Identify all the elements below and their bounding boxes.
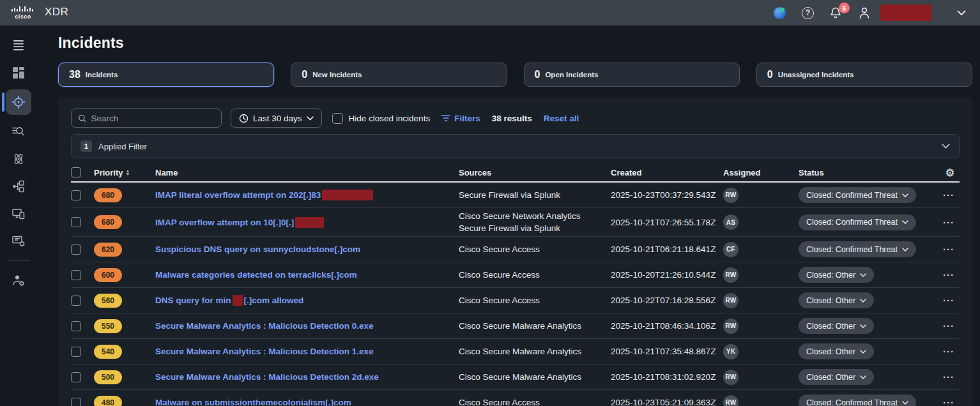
incidents-table: Priority ▲▼ Name Sources Created Assigne… bbox=[71, 163, 960, 406]
sort-icon[interactable]: ▲▼ bbox=[126, 169, 130, 176]
incident-name-link[interactable]: DNS query for min[.]com allowed bbox=[155, 295, 303, 306]
more-options-button[interactable]: ··· bbox=[943, 244, 954, 255]
sidebar-item-intelligence-atom[interactable] bbox=[6, 148, 31, 170]
sidebar-item-client-management[interactable] bbox=[6, 230, 31, 252]
priority-badge: 550 bbox=[94, 319, 122, 333]
row-checkbox[interactable] bbox=[71, 321, 81, 331]
more-options-button[interactable]: ··· bbox=[943, 397, 954, 406]
stat-card-open-incidents[interactable]: 0 Open Incidents bbox=[524, 63, 740, 87]
stat-label: Unassigned Incidents bbox=[778, 71, 854, 79]
priority-badge: 480 bbox=[94, 396, 122, 406]
hide-closed-toggle[interactable]: Hide closed incidents bbox=[332, 113, 431, 124]
status-dropdown[interactable]: Closed: Other bbox=[799, 369, 874, 385]
column-header-status[interactable]: Status bbox=[799, 168, 924, 177]
created-timestamp: 2025-10-21T08:31:02.920Z bbox=[611, 372, 716, 382]
table-row[interactable]: 480 Malware on submissionthemecolonialis… bbox=[71, 390, 960, 406]
status-dropdown[interactable]: Closed: Confirmed Threat bbox=[799, 214, 916, 230]
incident-name-link[interactable]: IMAP literal overflow attempt on 202[.]8… bbox=[155, 190, 373, 200]
column-header-assigned[interactable]: Assigned bbox=[723, 168, 799, 177]
table-row[interactable]: 550 Secure Malware Analytics : Malicious… bbox=[71, 313, 960, 339]
incident-name-link[interactable]: Suspicious DNS query on sunnycloudstone[… bbox=[155, 244, 360, 254]
row-checkbox[interactable] bbox=[71, 270, 81, 280]
table-row[interactable]: 540 Secure Malware Analytics : Malicious… bbox=[71, 339, 960, 365]
column-header-sources[interactable]: Sources bbox=[459, 168, 611, 177]
reset-all-button[interactable]: Reset all bbox=[544, 114, 579, 123]
table-row[interactable]: 680 IMAP overflow attempt on 10[.]0[.] C… bbox=[71, 208, 960, 237]
redacted-text bbox=[295, 217, 324, 228]
column-header-priority[interactable]: Priority ▲▼ bbox=[94, 168, 155, 177]
time-range-dropdown[interactable]: Last 30 days bbox=[231, 109, 322, 128]
redacted-username bbox=[880, 4, 931, 21]
status-dropdown[interactable]: Closed: Other bbox=[799, 292, 874, 308]
priority-badge: 620 bbox=[94, 243, 122, 257]
status-dropdown[interactable]: Closed: Confirmed Threat bbox=[799, 187, 916, 203]
table-row[interactable]: 620 Suspicious DNS query on sunnycloudst… bbox=[71, 237, 960, 262]
column-header-created[interactable]: Created bbox=[611, 168, 723, 177]
sidebar-item-automation-workflow[interactable] bbox=[6, 176, 31, 197]
more-options-button[interactable]: ··· bbox=[943, 295, 954, 306]
table-row[interactable]: 560 DNS query for min[.]com allowed Cisc… bbox=[71, 288, 960, 313]
status-dropdown[interactable]: Closed: Confirmed Threat bbox=[799, 395, 916, 406]
search-input-wrapper[interactable] bbox=[71, 109, 222, 128]
notifications-bell-icon[interactable]: 6 bbox=[829, 6, 842, 19]
more-options-button[interactable]: ··· bbox=[943, 190, 954, 200]
orb-app-icon[interactable] bbox=[773, 6, 786, 20]
more-options-button[interactable]: ··· bbox=[943, 320, 954, 331]
table-row[interactable]: 600 Malware categories detected on terra… bbox=[71, 262, 960, 288]
more-options-button[interactable]: ··· bbox=[943, 269, 954, 280]
sidebar-item-incidents[interactable] bbox=[6, 89, 31, 115]
row-checkbox[interactable] bbox=[71, 244, 81, 255]
table-row[interactable]: 680 IMAP literal overflow attempt on 202… bbox=[71, 183, 960, 208]
sidebar-divider bbox=[7, 260, 30, 261]
more-options-button[interactable]: ··· bbox=[943, 217, 954, 228]
chevron-down-icon bbox=[860, 324, 866, 328]
assignee-avatar: RW bbox=[723, 188, 739, 203]
incident-name-link[interactable]: Secure Malware Analytics : Malicious Det… bbox=[155, 347, 374, 356]
column-header-name[interactable]: Name bbox=[155, 168, 459, 177]
sidebar-item-administration[interactable] bbox=[6, 269, 31, 291]
table-settings-gear-icon[interactable]: ⚙ bbox=[946, 167, 954, 179]
incident-name-link[interactable]: IMAP overflow attempt on 10[.]0[.] bbox=[155, 217, 324, 228]
brand-name: cisco bbox=[15, 14, 31, 20]
stat-card-total-incidents[interactable]: 38 Incidents bbox=[58, 63, 274, 87]
status-dropdown[interactable]: Closed: Other bbox=[799, 318, 874, 334]
account-chevron-down-icon[interactable] bbox=[957, 10, 966, 16]
incident-name-link[interactable]: Secure Malware Analytics : Malicious Det… bbox=[155, 321, 374, 331]
incident-name-link[interactable]: Malware on submissionthemecolonialism[.]… bbox=[155, 398, 351, 406]
sources-list: Cisco Secure Access bbox=[459, 241, 540, 257]
created-timestamp: 2025-10-23T05:21:09.363Z bbox=[611, 398, 716, 406]
select-all-checkbox[interactable] bbox=[71, 167, 81, 177]
filters-button[interactable]: Filters bbox=[441, 114, 480, 123]
table-row[interactable]: 500 Secure Malware Analytics : Malicious… bbox=[71, 365, 960, 390]
more-options-button[interactable]: ··· bbox=[943, 372, 954, 382]
status-dropdown[interactable]: Closed: Other bbox=[799, 343, 874, 359]
sidebar-item-devices[interactable] bbox=[6, 203, 31, 225]
menu-hamburger-icon[interactable] bbox=[6, 34, 31, 56]
stat-card-new-incidents[interactable]: 0 New Incidents bbox=[291, 63, 507, 87]
incident-name-link[interactable]: Malware categories detected on terraclic… bbox=[155, 270, 357, 280]
sidebar-item-investigate-search[interactable] bbox=[6, 121, 31, 142]
row-checkbox[interactable] bbox=[71, 398, 81, 406]
status-label: Closed: Other bbox=[806, 322, 855, 331]
search-input[interactable] bbox=[91, 114, 215, 123]
hide-closed-checkbox[interactable] bbox=[332, 113, 343, 124]
applied-filter-bar[interactable]: 1 Applied Filter bbox=[71, 134, 960, 158]
sidebar-item-dashboard[interactable] bbox=[6, 62, 31, 84]
row-checkbox[interactable] bbox=[71, 190, 81, 200]
user-avatar-icon[interactable] bbox=[857, 6, 871, 20]
more-options-button[interactable]: ··· bbox=[943, 346, 954, 357]
status-dropdown[interactable]: Closed: Other bbox=[799, 267, 874, 283]
help-icon[interactable]: ? bbox=[802, 7, 814, 19]
stat-card-unassigned-incidents[interactable]: 0 Unassigned Incidents bbox=[756, 63, 972, 87]
incident-name-link[interactable]: Secure Malware Analytics : Malicious Det… bbox=[155, 372, 379, 382]
priority-badge: 540 bbox=[94, 345, 122, 359]
applied-filter-chevron-icon[interactable] bbox=[942, 144, 950, 149]
source-item: Cisco Secure Access bbox=[459, 295, 540, 306]
row-checkbox[interactable] bbox=[71, 347, 81, 357]
row-checkbox[interactable] bbox=[71, 217, 81, 227]
sidebar bbox=[0, 26, 36, 406]
status-dropdown[interactable]: Closed: Confirmed Threat bbox=[799, 241, 916, 257]
row-checkbox[interactable] bbox=[71, 296, 81, 306]
status-label: Closed: Other bbox=[806, 347, 855, 356]
row-checkbox[interactable] bbox=[71, 372, 81, 382]
